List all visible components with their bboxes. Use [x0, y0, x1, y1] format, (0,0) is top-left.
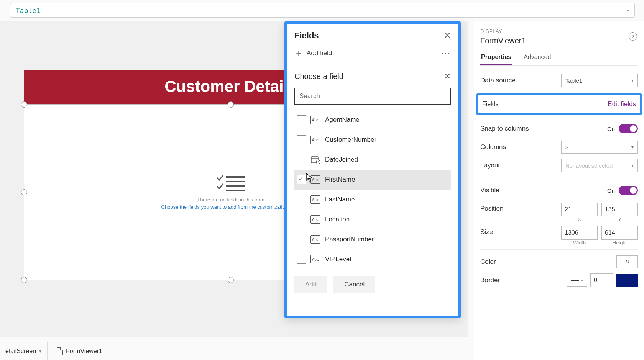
text-type-icon: Abc	[310, 235, 320, 244]
field-list: Abc AgentName Abc CustomerNumber DateJoi…	[294, 110, 451, 269]
x-label: X	[561, 216, 598, 222]
fields-label: Fields	[482, 101, 499, 108]
field-item-datejoined[interactable]: DateJoined	[294, 150, 451, 170]
visible-toggle[interactable]	[619, 186, 638, 195]
border-width-input[interactable]	[590, 273, 613, 287]
field-item-passportnumber[interactable]: Abc PassportNumber	[294, 229, 451, 249]
position-y-input[interactable]	[601, 203, 638, 216]
add-field-label: Add field	[307, 49, 332, 57]
field-item-customernumber[interactable]: Abc CustomerNumber	[294, 130, 451, 150]
chevron-down-icon: ▾	[631, 78, 634, 83]
toggle-state: On	[607, 187, 615, 194]
add-button[interactable]: Add	[294, 276, 327, 293]
y-label: Y	[601, 216, 638, 222]
more-icon[interactable]: ···	[442, 49, 451, 57]
plus-icon: ＋	[294, 49, 303, 57]
width-input[interactable]	[561, 226, 598, 240]
choose-field-popup: Choose a field ✕ Abc AgentName Abc Custo…	[294, 65, 451, 308]
checkbox[interactable]	[297, 135, 306, 144]
toggle-state: On	[607, 126, 615, 132]
tabs: Properties Advanced	[480, 54, 638, 66]
field-item-viplevel[interactable]: Abc VIPLevel	[294, 249, 451, 269]
position-label: Position	[480, 203, 561, 213]
field-label: VIPLevel	[325, 255, 351, 263]
breadcrumb-item-screen[interactable]: etailScreen ▾	[0, 342, 48, 360]
color-label: Color	[480, 258, 616, 266]
resize-handle[interactable]	[21, 277, 27, 283]
text-type-icon: Abc	[310, 175, 320, 184]
layout-value: No layout selected	[565, 162, 613, 169]
text-type-icon: Abc	[310, 215, 320, 224]
chevron-down-icon[interactable]: ▾	[39, 348, 42, 354]
section-label: DISPLAY	[480, 28, 638, 34]
tab-advanced[interactable]: Advanced	[523, 54, 552, 65]
fields-row-highlight: Fields Edit fields	[476, 93, 642, 115]
checkbox[interactable]	[297, 175, 306, 184]
tab-properties[interactable]: Properties	[480, 54, 512, 65]
field-label: AgentName	[325, 116, 360, 124]
text-type-icon: Abc	[310, 195, 320, 204]
close-icon[interactable]: ✕	[444, 31, 451, 41]
add-field-button[interactable]: ＋ Add field ···	[294, 49, 451, 57]
data-source-value: Table1	[565, 77, 582, 84]
search-input[interactable]	[294, 88, 451, 105]
field-label: PassportNumber	[325, 236, 374, 243]
chevron-down-icon: ▾	[581, 278, 583, 283]
field-item-agentname[interactable]: Abc AgentName	[294, 110, 451, 130]
empty-form-icon	[215, 175, 246, 191]
fields-panel-title: Fields	[294, 31, 319, 41]
text-type-icon: Abc	[310, 116, 320, 124]
field-label: LastName	[325, 196, 355, 203]
columns-select[interactable]: 3 ▾	[561, 141, 638, 154]
resize-handle[interactable]	[228, 277, 234, 283]
layout-select[interactable]: No layout selected ▾	[561, 159, 638, 172]
height-label: Height	[601, 240, 638, 245]
breadcrumb-item-control[interactable]: FormViewer1	[51, 342, 108, 360]
chevron-down-icon: ▾	[631, 163, 634, 168]
field-label: FirstName	[325, 176, 355, 183]
checkbox[interactable]	[297, 115, 306, 124]
search-field[interactable]	[299, 92, 446, 100]
layout-label: Layout	[480, 162, 561, 169]
date-type-icon	[310, 155, 320, 164]
field-label: Location	[325, 216, 350, 223]
border-color-swatch[interactable]	[616, 274, 638, 287]
text-type-icon: Abc	[310, 136, 320, 144]
size-label: Size	[480, 226, 561, 236]
edit-fields-link[interactable]: Edit fields	[608, 100, 636, 108]
breadcrumb-label: etailScreen	[5, 348, 36, 355]
resize-handle[interactable]	[228, 101, 234, 108]
border-style-select[interactable]: ▾	[567, 274, 587, 287]
cancel-button[interactable]: Cancel	[334, 276, 375, 293]
formula-bar[interactable]: Table1 ▾	[10, 3, 635, 18]
width-label: Width	[561, 240, 598, 245]
height-input[interactable]	[601, 226, 638, 240]
snap-toggle[interactable]	[619, 124, 638, 133]
checkbox[interactable]	[297, 235, 306, 244]
checkbox[interactable]	[297, 155, 306, 164]
document-icon	[57, 347, 63, 355]
formula-value: Table1	[16, 7, 41, 15]
text-type-icon: Abc	[310, 255, 320, 263]
checkbox[interactable]	[297, 255, 306, 264]
fields-panel: Fields ✕ ＋ Add field ··· Choose a field …	[284, 21, 461, 318]
data-source-select[interactable]: Table1 ▾	[561, 74, 638, 87]
help-icon[interactable]: ?	[629, 32, 637, 41]
border-label: Border	[480, 277, 567, 284]
visible-label: Visible	[480, 187, 607, 194]
checkbox[interactable]	[297, 195, 306, 204]
field-item-lastname[interactable]: Abc LastName	[294, 190, 451, 209]
columns-label: Columns	[480, 143, 561, 151]
empty-text-2[interactable]: Choose the fields you want to add from t…	[161, 204, 301, 210]
checkbox[interactable]	[297, 215, 306, 224]
resize-handle[interactable]	[21, 101, 27, 108]
color-reset-button[interactable]: ↻	[616, 255, 638, 268]
breadcrumb: etailScreen ▾ FormViewer1	[0, 342, 284, 360]
close-icon[interactable]: ✕	[444, 72, 451, 81]
chevron-down-icon[interactable]: ▾	[626, 7, 629, 13]
resize-handle[interactable]	[21, 189, 27, 195]
field-item-firstname[interactable]: Abc FirstName	[294, 170, 451, 190]
field-item-location[interactable]: Abc Location	[294, 209, 451, 229]
empty-text-1: There are no fields in this form	[197, 197, 264, 203]
position-x-input[interactable]	[561, 203, 598, 216]
